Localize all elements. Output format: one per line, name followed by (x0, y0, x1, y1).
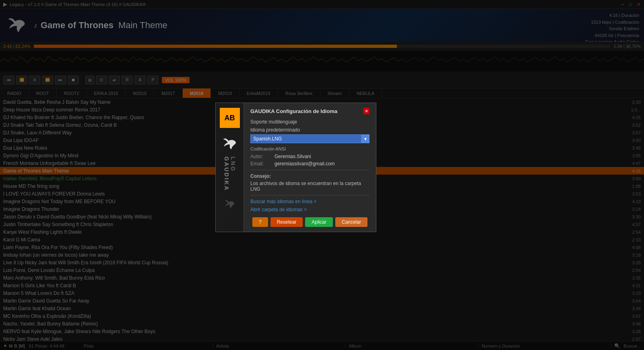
help-button[interactable]: ? (252, 217, 268, 227)
lang-select-container: Spanish.LNG English.LNG French.LNG Germa… (250, 134, 369, 143)
lang-select-arrow[interactable]: ▼ (361, 134, 369, 143)
dialog-bird-icon (222, 136, 238, 153)
dialog-overlay: AB GAUDIKA LNG GAUDIKA Co (0, 0, 644, 350)
open-folder-link[interactable]: Abrir carpeta de idiomas > (250, 207, 369, 212)
author-row: Autor: Geremias.Silvani (250, 154, 369, 159)
language-config-dialog: AB GAUDIKA LNG GAUDIKA Co (215, 103, 376, 232)
encoding-label: Codificación ANSI (250, 146, 369, 151)
search-online-link[interactable]: Buscar más idiomas en línea > (250, 199, 369, 204)
dialog-sidebar: AB GAUDIKA LNG (216, 103, 244, 232)
email-val: geremiassilvani@gmail.com (275, 161, 335, 167)
default-lang-label: Idioma predeterminado (250, 127, 369, 133)
dialog-close-button[interactable]: ✕ (363, 108, 369, 114)
consejo-label: Consejo: (250, 173, 369, 179)
dialog-main: GAUDIKA Configuración de Idioma ✕ Soport… (244, 103, 376, 232)
dialog-titlebar: GAUDIKA Configuración de Idioma ✕ (250, 108, 369, 114)
cancel-button[interactable]: Cancelar (335, 217, 367, 227)
email-key: Email: (250, 161, 275, 167)
multilang-label: Soporte multilenguaje (250, 119, 369, 125)
author-key: Autor: (250, 154, 275, 159)
apply-button[interactable]: Aplicar (305, 217, 333, 227)
email-row: Email: geremiassilvani@gmail.com (250, 161, 369, 167)
dialog-gaudika-label: GAUDIKA LNG (223, 156, 236, 194)
author-val: Geremias.Silvani (275, 154, 311, 159)
logo-text: AB (225, 114, 235, 122)
dialog-divider-2 (250, 195, 369, 196)
consejo-text: Los archivos de idioma se encuentran en … (250, 181, 369, 192)
reset-button[interactable]: Resetear (270, 217, 303, 227)
lang-select[interactable]: Spanish.LNG English.LNG French.LNG Germa… (250, 134, 361, 143)
dialog-bottom-bird (224, 198, 236, 212)
dialog-logo: AB (220, 108, 240, 128)
dialog-title: GAUDIKA Configuración de Idioma (250, 108, 337, 114)
dialog-divider-1 (250, 170, 369, 170)
dialog-buttons: ? Resetear Aplicar Cancelar (250, 217, 369, 227)
